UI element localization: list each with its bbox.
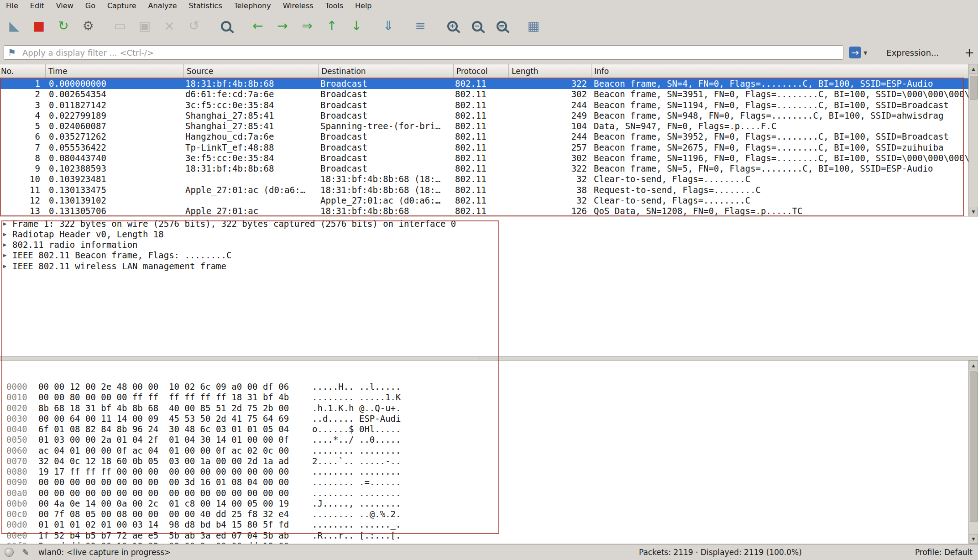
menu-file[interactable]: File (0, 0, 24, 11)
hex-bytes: 6f 01 08 82 84 8b 96 24 30 48 6c 03 01 0… (38, 424, 312, 434)
packet-row[interactable]: 5 0.024060087 Shanghai_27:85:41 Spanning… (0, 121, 968, 131)
packet-row[interactable]: 7 0.055536422 Tp-LinkT_ef:48:88 Broadcas… (0, 142, 968, 153)
auto-scroll-icon[interactable]: ⇓ (376, 14, 401, 38)
hex-row[interactable]: 0030 00 00 64 00 11 14 00 09 45 53 50 2d… (6, 413, 968, 424)
scrollbar-thumb[interactable] (970, 372, 978, 522)
column-header-source[interactable]: Source (184, 64, 319, 78)
packet-list-scrollbar[interactable]: ▲ ▼ (968, 64, 978, 216)
filter-apply-button[interactable]: → (849, 47, 861, 58)
resize-columns-icon[interactable]: ▦ (521, 14, 546, 38)
menu-analyze[interactable]: Analyze (142, 0, 183, 11)
hex-row[interactable]: 00a0 00 00 00 00 00 00 00 00 00 00 00 00… (6, 488, 968, 498)
hex-offset: 0090 (6, 477, 33, 487)
menu-edit[interactable]: Edit (24, 0, 50, 11)
go-forward-icon[interactable]: → (270, 14, 295, 38)
add-filter-button[interactable]: + (964, 47, 974, 58)
column-header-no[interactable]: No. (0, 64, 46, 78)
hex-row[interactable]: 0080 19 17 ff ff ff 00 00 00 00 00 00 00… (6, 466, 968, 477)
menu-telephony[interactable]: Telephony (228, 0, 277, 11)
hex-row[interactable]: 00b0 00 4a 0e 14 00 0a 00 2c 01 c8 00 14… (6, 498, 968, 509)
hex-ascii: ....*../ ..0..... (312, 434, 401, 445)
packet-row[interactable]: 6 0.035271262 Hangzhou_cd:7a:6e Broadcas… (0, 131, 968, 142)
hex-row[interactable]: 0050 01 03 00 00 2a 01 04 2f 01 04 30 14… (6, 434, 968, 445)
column-header-time[interactable]: Time (46, 64, 184, 78)
expression-button[interactable]: Expression... (886, 48, 939, 58)
colorize-icon[interactable]: ≡ (408, 14, 433, 38)
hex-row[interactable]: 0070 32 04 0c 12 18 60 0b 05 03 00 1a 00… (6, 456, 968, 466)
zoom-reset-icon[interactable]: = (489, 14, 514, 38)
go-to-packet-icon[interactable]: ⇒ (295, 14, 319, 38)
expander-icon[interactable]: ▶ (3, 252, 12, 258)
packet-row[interactable]: 4 0.022799189 Shanghai_27:85:41 Broadcas… (0, 110, 968, 121)
expert-info-icon[interactable] (5, 548, 14, 557)
profile-text[interactable]: Profile: Default (915, 548, 973, 557)
filter-bookmark-icon[interactable]: ⚑ (8, 47, 16, 58)
column-header-destination[interactable]: Destination (319, 64, 454, 78)
hex-row[interactable]: 0010 00 00 80 00 00 00 ff ff ff ff ff ff… (6, 392, 968, 403)
file-save-icon[interactable]: ▣ (132, 14, 157, 38)
file-reload-icon[interactable]: ↺ (182, 14, 206, 38)
scrollbar-thumb[interactable] (970, 76, 978, 99)
capture-comment-icon[interactable]: ✎ (22, 547, 29, 557)
menu-wireless[interactable]: Wireless (277, 0, 319, 11)
hex-row[interactable]: 00f0 3a ed dd 09 00 10 18 02 03 00 9c 00… (6, 541, 968, 544)
expander-icon[interactable]: ▶ (3, 263, 12, 269)
expander-icon[interactable]: ▶ (3, 231, 12, 237)
menu-go[interactable]: Go (79, 0, 101, 11)
detail-tree-row[interactable]: ▶ Frame 1: 322 bytes on wire (2576 bits)… (0, 218, 978, 229)
go-last-packet-icon[interactable]: ↓ (344, 14, 369, 38)
find-packet-icon[interactable] (214, 14, 238, 38)
packet-row[interactable]: 13 0.131305706 Apple_27:01:ac 18:31:bf:4… (0, 206, 968, 216)
menu-tools[interactable]: Tools (319, 0, 349, 11)
packet-row[interactable]: 2 0.002654354 d6:61:fe:cd:7a:6e Broadcas… (0, 89, 968, 99)
packet-row[interactable]: 8 0.080443740 3e:f5:cc:0e:35:84 Broadcas… (0, 153, 968, 163)
packet-row[interactable]: 11 0.130133475 Apple_27:01:ac (d0:a6:… 1… (0, 185, 968, 195)
scroll-down-button[interactable]: ▼ (969, 534, 978, 544)
detail-tree-row[interactable]: ▶ IEEE 802.11 Beacon frame, Flags: .....… (0, 250, 978, 261)
file-open-icon[interactable]: ▭ (108, 14, 132, 38)
expander-icon[interactable]: ▶ (3, 220, 12, 227)
scroll-up-button[interactable]: ▲ (969, 64, 978, 73)
hex-row[interactable]: 0090 00 00 00 00 00 00 00 00 00 3d 16 01… (6, 477, 968, 487)
zoom-out-icon[interactable]: − (465, 14, 489, 38)
scroll-up-button[interactable]: ▲ (969, 361, 978, 370)
hex-offset: 00b0 (6, 498, 33, 509)
capture-restart-icon[interactable]: ↻ (51, 14, 76, 38)
hex-row[interactable]: 00e0 1f 52 b4 b5 b7 72 ae e5 5b ab 3a ed… (6, 530, 968, 541)
hex-row[interactable]: 0000 00 00 12 00 2e 48 00 00 10 02 6c 09… (6, 382, 968, 392)
menu-capture[interactable]: Capture (101, 0, 142, 11)
go-back-icon[interactable]: ← (246, 14, 270, 38)
bytes-pane-scrollbar[interactable]: ▲ ▼ (968, 361, 978, 544)
hex-row[interactable]: 0020 8b 68 18 31 bf 4b 8b 68 40 00 85 51… (6, 403, 968, 413)
hex-row[interactable]: 0060 ac 04 01 00 00 0f ac 04 01 00 00 0f… (6, 445, 968, 456)
packet-row[interactable]: 1 0.000000000 18:31:bf:4b:8b:68 Broadcas… (0, 79, 968, 89)
filter-dropdown-caret-icon[interactable]: ▾ (863, 48, 867, 57)
packet-row[interactable]: 10 0.103923481 18:31:bf:4b:8b:68 (18:… 8… (0, 174, 968, 184)
file-close-icon[interactable]: × (157, 14, 182, 38)
pane-splitter[interactable]: ······ (0, 356, 978, 361)
capture-start-icon[interactable]: ◣ (2, 14, 26, 38)
detail-tree-row[interactable]: ▶ IEEE 802.11 wireless LAN management fr… (0, 261, 978, 271)
zoom-in-icon[interactable]: + (440, 14, 465, 38)
hex-row[interactable]: 0040 6f 01 08 82 84 8b 96 24 30 48 6c 03… (6, 424, 968, 434)
column-header-protocol[interactable]: Protocol (454, 64, 509, 78)
hex-offset: 0020 (6, 403, 33, 413)
menu-help[interactable]: Help (349, 0, 377, 11)
column-header-info[interactable]: Info (591, 64, 968, 78)
expander-icon[interactable]: ▶ (3, 241, 12, 248)
column-header-length[interactable]: Length (509, 64, 591, 78)
menu-view[interactable]: View (50, 0, 79, 11)
menu-statistics[interactable]: Statistics (183, 0, 228, 11)
scroll-down-button[interactable]: ▼ (969, 207, 978, 216)
hex-row[interactable]: 00c0 00 7f 08 05 00 08 00 00 00 00 40 dd… (6, 509, 968, 519)
capture-options-icon[interactable]: ⚙ (76, 14, 100, 38)
detail-tree-row[interactable]: ▶ Radiotap Header v0, Length 18 (0, 229, 978, 239)
packet-row[interactable]: 3 0.011827142 3c:f5:cc:0e:35:84 Broadcas… (0, 100, 968, 110)
packet-row[interactable]: 9 0.102388593 18:31:bf:4b:8b:68 Broadcas… (0, 163, 968, 174)
display-filter-input[interactable] (4, 45, 843, 60)
hex-row[interactable]: 00d0 01 01 01 02 01 00 03 14 98 d8 bd b4… (6, 519, 968, 530)
detail-tree-row[interactable]: ▶ 802.11 radio information (0, 240, 978, 250)
packet-row[interactable]: 12 0.130139102 Apple_27:01:ac (d0:a6:… 8… (0, 195, 968, 206)
go-first-packet-icon[interactable]: ↑ (319, 14, 344, 38)
capture-stop-icon[interactable]: ■ (26, 14, 51, 38)
